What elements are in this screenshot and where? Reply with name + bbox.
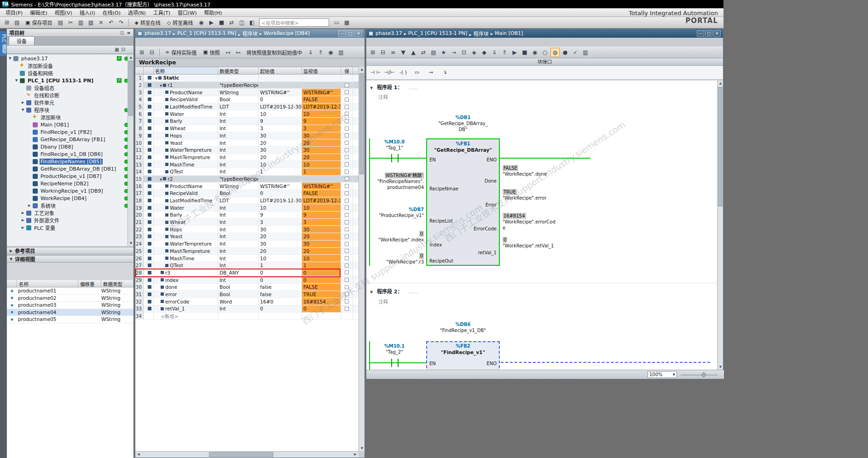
cell-datatype[interactable]: LDT [218,103,259,111]
cell-retain[interactable] [341,176,353,183]
tree-options-icon[interactable]: ⊡ [122,47,125,52]
retain-checkbox[interactable] [345,270,349,275]
cell-datatype[interactable]: Bool [218,291,259,298]
network-2-header[interactable]: ▼ 程序段 2： ...... [370,287,418,295]
retain-checkbox[interactable] [345,97,349,102]
tree-item[interactable]: 程序块 [7,106,133,114]
table-row[interactable]: 33 retVal_1 Int 0 0 [135,305,359,313]
settings-icon[interactable]: ▥ [336,48,346,57]
table-row[interactable]: 17 RecipeValid Bool 0 FALSE [135,190,359,197]
cell-start-value[interactable]: 30 [259,132,302,140]
cell-retain[interactable] [341,313,353,320]
accessible-devices-icon[interactable]: ◉ [197,18,206,27]
detail-view-bar[interactable]: ▼ 详细视图 [7,255,133,263]
cell-retain[interactable] [341,125,353,132]
cell-retain[interactable] [341,139,353,147]
monitor-all-icon[interactable]: ◉ [326,48,336,57]
header-datatype[interactable]: 数据类型 [218,67,259,74]
cell-name[interactable]: QTest [154,168,218,176]
tree-item[interactable]: FindRecipeNames [DB5] [7,158,133,165]
pin-errorcode[interactable]: ErrorCode [474,226,497,232]
table-row[interactable]: 12 MashTempreture Int 20 20 [135,154,359,161]
input-operand-index[interactable]: 0 "WorkRecipe".index [377,231,424,243]
cell-name[interactable]: Static [154,74,218,82]
cell-retain[interactable] [341,74,353,82]
input-operand-recipeout[interactable]: 0 "WorkRecipe".r3 [377,253,424,265]
table-row[interactable]: 3 ProductName WString WSTRING#'' WSTRING… [135,89,359,96]
go-offline-icon[interactable]: ○ [540,48,550,57]
pin-recipenmae[interactable]: RecipeNmae [429,186,458,192]
block-interface-bar[interactable]: 块接口 [366,58,723,66]
menu-item[interactable]: 工具(T) [150,8,174,17]
breadcrumb-item[interactable]: Main [OB1] [491,30,523,36]
table-row[interactable]: 8 Wheat Int 3 3 [135,125,359,132]
instance-db-label[interactable]: %DB6 "FindRecipe_v1_DB" [426,321,500,333]
cell-datatype[interactable]: "typeBeerRecipe_v1" [218,82,259,89]
cell-name[interactable]: LastModifiedTime [154,197,218,205]
cell-retain[interactable] [341,110,353,118]
table-row[interactable]: 23 Yeast Int 20 20 [135,233,359,240]
upload-values-icon[interactable]: ⇑ [316,48,325,57]
tree-item[interactable]: 添加新块 [7,114,133,121]
cell-name[interactable]: error [154,291,218,298]
retain-checkbox[interactable] [345,256,349,260]
cell-start-value[interactable]: 10 [259,255,302,262]
menu-item[interactable]: 插入(I) [76,8,99,17]
upload-icon[interactable]: ⇑ [500,48,509,57]
fb-call-box-findrecipe[interactable]: %FB2 "FindRecipe_v1" EN ENO [426,341,500,370]
retain-checkbox[interactable] [345,90,349,94]
detail-col-offset[interactable]: 偏移量 [78,280,101,287]
table-row[interactable]: 30 done Bool false FALSE [135,284,359,291]
table-row[interactable]: 29 index Int 0 0 [135,276,359,284]
retain-checkbox[interactable] [345,83,349,87]
output-operand-done[interactable]: FALSE "WorkRecipe".done [503,165,558,177]
cell-datatype[interactable]: Int [218,226,259,233]
tab-devices[interactable]: 设备 [9,36,35,45]
table-row[interactable]: 32 errorCode Word 16#0 16#8154 [135,298,359,305]
cell-retain[interactable] [341,269,353,277]
cell-datatype[interactable]: Int [218,154,259,161]
cell-retain[interactable] [341,233,353,240]
cell-name[interactable]: Yeast [154,233,218,240]
scroll-left-icon[interactable]: ◀ [135,452,142,458]
contact-tag2[interactable] [388,359,401,367]
contact-tag1[interactable] [388,154,401,162]
expand-triangle-icon[interactable] [160,176,162,182]
cell-name[interactable]: MashTime [154,161,218,168]
table-row[interactable]: 15 r2 "typeBeerRecipe_v1" [135,176,359,183]
coil-icon[interactable]: -( ) [398,68,409,77]
network-1-header[interactable]: ▼ 程序段 1： ...... [370,83,418,91]
insert-network-icon[interactable]: ⊞ [368,48,377,57]
pin-retval[interactable]: retVal_1 [478,250,497,256]
tree-item[interactable]: 在线和诊断 [7,92,133,99]
scroll-up-icon[interactable]: ▲ [359,67,365,72]
table-row[interactable]: 31 error Bool false TRUE [135,291,359,298]
retain-checkbox[interactable] [345,191,349,195]
cell-datatype[interactable] [218,313,259,320]
header-name[interactable]: 名称 [154,67,218,74]
cell-retain[interactable] [341,204,353,212]
cell-name[interactable]: Hops [154,132,218,140]
go-offline-button[interactable]: ◇ 转至离线 [164,18,196,27]
cell-datatype[interactable]: Int [218,168,259,176]
cell-name[interactable]: Wheat [154,125,218,132]
cell-name[interactable]: Wheat [154,219,218,226]
network-1-comment[interactable]: 注释 [378,93,388,100]
retain-checkbox[interactable] [345,285,349,289]
start-cpu-icon[interactable]: ▶ [207,18,216,27]
cell-start-value[interactable]: 10 [259,110,302,118]
db-vertical-scrollbar[interactable]: ▲ ▼ [359,67,365,451]
tree-item[interactable]: phase3.17 [7,55,133,62]
close-button[interactable]: ✕ [713,30,721,37]
block-properties-icon[interactable]: ▥ [581,48,590,57]
cell-datatype[interactable]: Word [218,298,259,305]
auto-collapse-icon[interactable]: ◫ [119,30,126,35]
cell-datatype[interactable] [218,74,259,82]
network-2-comment[interactable]: 注释 [378,298,388,305]
table-row[interactable]: 28 r3 DB_ANY 0 0 [135,269,359,277]
cell-start-value[interactable]: 1 [259,262,302,269]
breadcrumb-item[interactable]: PLC_1 [CPU 1513-1 PN] [404,30,468,36]
detail-row[interactable]: ◆ productname04 WString [7,309,133,316]
add-row-icon[interactable]: ⊟ [147,48,156,57]
breadcrumb-item[interactable]: 程序块 [469,30,488,37]
